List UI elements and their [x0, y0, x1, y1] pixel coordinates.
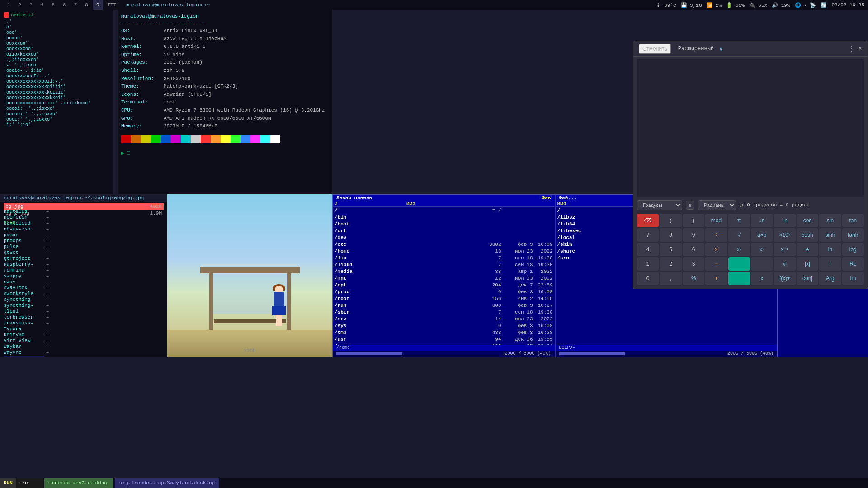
calc-tanh[interactable]: tanh [842, 228, 864, 242]
calc-minus[interactable]: − [705, 257, 727, 271]
calc-ln[interactable]: ln [819, 243, 841, 256]
tab-5[interactable]: 5 [48, 0, 58, 10]
mc-row-home[interactable]: /home18июл 232022 [333, 248, 555, 254]
calc-i[interactable]: i [819, 257, 841, 271]
calc-comma[interactable]: , [660, 272, 681, 285]
mc-left-header: Левая панель Фав [333, 195, 555, 201]
calc-log[interactable]: log [842, 243, 864, 256]
tab-3[interactable]: 3 [26, 0, 36, 10]
calc-7[interactable]: 7 [637, 228, 659, 242]
calc-3[interactable]: 3 [683, 257, 704, 271]
calc-cosh[interactable]: cosh [797, 228, 818, 242]
mc-row-usr[interactable]: /usr94дек 2619:55 [333, 336, 555, 343]
calc-x2[interactable]: x² [728, 243, 750, 256]
tab-6[interactable]: 6 [59, 0, 70, 10]
calc-plus[interactable]: + [705, 272, 727, 285]
calc-x10y[interactable]: ×10ʸ [774, 228, 795, 242]
statusbar-input[interactable]: fre [16, 478, 43, 488]
calc-tan[interactable]: tan [842, 214, 864, 227]
tab-7[interactable]: 7 [71, 0, 81, 10]
calc-sqrt[interactable]: √ [728, 228, 750, 242]
calc-im[interactable]: Im [842, 272, 864, 285]
mc-row-bin[interactable]: /bin [333, 214, 555, 221]
mc-row-dev[interactable]: /dev [333, 234, 555, 241]
calc-fact[interactable]: x! [774, 257, 795, 271]
calc-8[interactable]: 8 [660, 228, 681, 242]
calc-6[interactable]: 6 [683, 243, 704, 256]
mc-left-fav: Фав [542, 195, 551, 201]
col-name2: Имя [406, 201, 478, 206]
mc-row-run[interactable]: /run800фев 316:27 [333, 302, 555, 309]
calc-close-button[interactable]: × [859, 45, 862, 52]
mc-row-media[interactable]: /media38авр 12022 [333, 268, 555, 275]
calc-5[interactable]: 5 [660, 243, 681, 256]
calc-fx[interactable]: f(x)▾ [774, 272, 795, 285]
calc-axb[interactable]: a×b [751, 228, 773, 242]
calc-2[interactable]: 2 [660, 257, 681, 271]
tab-8[interactable]: 8 [81, 0, 92, 10]
mc-row-srv[interactable]: /srv14июл 232022 [333, 315, 555, 322]
calc-k-button[interactable]: к [686, 201, 694, 210]
calc-multiply[interactable]: × [705, 243, 727, 256]
mc-row-proc[interactable]: /proc0фев 316:08 [333, 288, 555, 295]
hostname-label: muratovas@muratovas-legion:~ [126, 2, 210, 8]
calc-percent[interactable]: % [683, 272, 704, 285]
tab-1[interactable]: 1 [4, 0, 14, 10]
calc-x[interactable]: x [751, 272, 773, 285]
mc-left-footer-path: /home [336, 345, 350, 350]
mc-row-tmp[interactable]: /tmp438фев 316:28 [333, 329, 555, 336]
calc-sin[interactable]: sin [819, 214, 841, 227]
calc-pi[interactable]: π [728, 214, 750, 227]
calc-close-paren[interactable]: ) [683, 214, 704, 227]
calc-up-n[interactable]: ↑n [774, 214, 795, 227]
tab-4[interactable]: 4 [37, 0, 47, 10]
statusbar-task-xwayland[interactable]: org.freedesktop.Xwayland.desktop [115, 478, 219, 488]
mc-row-lib64[interactable]: /lib647сен 1819:30 [333, 261, 555, 268]
calc-cos[interactable]: cos [797, 214, 818, 227]
calc-abs[interactable]: |x| [797, 257, 818, 271]
calc-divide[interactable]: ÷ [705, 228, 727, 242]
mc-row-root[interactable]: /root156янв 214:56 [333, 295, 555, 302]
calc-0[interactable]: 0 [637, 272, 659, 285]
calc-teal-empty[interactable] [728, 257, 750, 271]
calc-enter[interactable] [728, 272, 750, 285]
calc-4[interactable]: 4 [637, 243, 659, 256]
mc-row-crt[interactable]: /crt [333, 227, 555, 234]
calc-mod[interactable]: mod [705, 214, 727, 227]
mc-row-sys[interactable]: /sys0фев 316:08 [333, 322, 555, 329]
calc-more-button[interactable]: ⋮ [848, 44, 855, 53]
statusbar-run-label: RUN [0, 478, 16, 488]
mc-left-scroll[interactable] [336, 352, 501, 355]
mc-right-footer-path: ВВEPX- [559, 345, 576, 350]
calc-x-1[interactable]: x⁻¹ [774, 243, 795, 256]
calc-re[interactable]: Re [842, 257, 864, 271]
calc-down-n[interactable]: ↓n [751, 214, 773, 227]
calc-conj[interactable]: conj [797, 272, 818, 285]
tab-2[interactable]: 2 [15, 0, 25, 10]
mc-row-etc[interactable]: /etc3802фев 316:09 [333, 241, 555, 248]
calc-mode-select[interactable]: Градусы Радианы [637, 200, 682, 210]
calc-cancel-button[interactable]: Отменить [639, 44, 671, 54]
tab-9[interactable]: 9 [93, 0, 103, 10]
calc-xy[interactable]: xʸ [751, 243, 773, 256]
calc-convert-icon: ⇄ [740, 202, 743, 209]
calc-e[interactable]: e [797, 243, 818, 256]
mc-row-sbin[interactable]: /sbin7сен 1819:30 [333, 309, 555, 315]
calc-9[interactable]: 9 [683, 228, 704, 242]
calculator: Отменить Расширенный ∨ ⋮ × Градусы Радиа… [633, 41, 868, 289]
mc-row-fs[interactable]: / = / [333, 207, 555, 214]
mc-row-mnt[interactable]: /mnt12июл 232022 [333, 275, 555, 282]
mc-row-boot[interactable]: /boot [333, 221, 555, 227]
calc-1[interactable]: 1 [637, 257, 659, 271]
char-skirt [272, 306, 286, 315]
statusbar-task-freecad[interactable]: freecad-ass3.desktop [44, 478, 113, 488]
mc-row-lib[interactable]: /lib7сен 1819:30 [333, 254, 555, 261]
calc-arg[interactable]: Arg [819, 272, 841, 285]
mc-right-scroll[interactable] [559, 352, 724, 355]
calc-open-paren[interactable]: ( [660, 214, 681, 227]
calc-backspace[interactable]: ⌫ [637, 214, 659, 227]
mc-row-opt[interactable]: /opt204дек 722:59 [333, 282, 555, 288]
calc-rad-select[interactable]: Радианы Градусы [698, 200, 736, 210]
calc-sinh[interactable]: sinh [819, 228, 841, 242]
app-indicator: neofetch [4, 12, 109, 18]
